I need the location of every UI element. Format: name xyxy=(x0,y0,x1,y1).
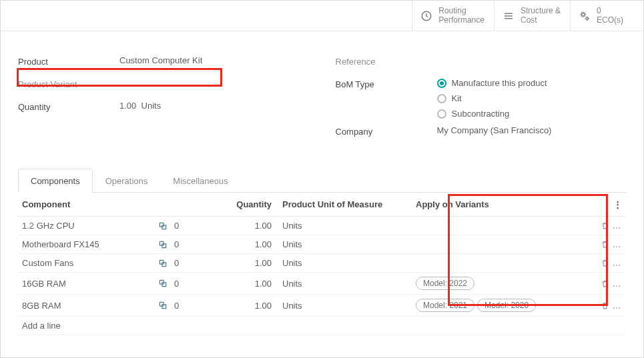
quantity-cell[interactable]: 1.00 xyxy=(192,254,278,273)
tab-components[interactable]: Components xyxy=(18,169,93,193)
clock-icon xyxy=(420,10,432,22)
apply-on-variants-cell[interactable]: Model: 2022 xyxy=(412,273,595,295)
add-a-line[interactable]: Add a line xyxy=(18,317,626,335)
reference-label: Reference xyxy=(336,55,437,67)
stat-eco-top: 0 xyxy=(597,7,623,16)
apply-on-variants-cell[interactable] xyxy=(412,217,595,235)
form-right-column: Reference BoM Type Manufacture this prod… xyxy=(336,55,627,148)
delete-icon[interactable] xyxy=(599,259,610,267)
table-row[interactable]: 8GB RAM01.00UnitsModel: 2021Model: 2020… xyxy=(18,295,626,317)
col-menu[interactable]: ⋮ xyxy=(595,193,626,217)
bom-type-manufacture-label: Manufacture this product xyxy=(452,78,547,88)
quantity-number: 1.00 xyxy=(119,101,136,111)
bom-type-kit-label: Kit xyxy=(452,93,462,103)
stat-routing-top: Routing xyxy=(438,7,485,16)
stat-structure-top: Structure & xyxy=(521,7,561,16)
component-name: 16GB RAM xyxy=(22,279,151,289)
component-zero: 0 xyxy=(174,239,188,249)
radio-icon xyxy=(437,79,446,88)
row-more-icon[interactable]: … xyxy=(611,239,622,249)
form-left-column: Product Custom Computer Kit Product Vari… xyxy=(18,55,309,148)
svg-point-2 xyxy=(586,17,588,19)
col-component: Component xyxy=(18,193,192,217)
tab-operations[interactable]: Operations xyxy=(93,169,161,193)
external-link-icon[interactable] xyxy=(158,259,168,268)
table-row[interactable]: Custom Fans01.00Units… xyxy=(18,254,626,273)
variant-tag[interactable]: Model: 2021 xyxy=(416,299,474,312)
quantity-unit: Units xyxy=(141,101,162,111)
component-zero: 0 xyxy=(174,258,188,268)
quantity-cell[interactable]: 1.00 xyxy=(192,235,278,254)
list-icon xyxy=(503,10,515,22)
stat-ecos[interactable]: 0 ECO(s) xyxy=(570,1,643,31)
company-value[interactable]: My Company (San Francisco) xyxy=(437,125,627,135)
gears-icon xyxy=(579,10,591,22)
tab-miscellaneous[interactable]: Miscellaneous xyxy=(160,169,240,193)
radio-icon xyxy=(437,94,446,103)
component-zero: 0 xyxy=(174,221,188,231)
component-zero: 0 xyxy=(174,279,188,289)
uom-cell[interactable]: Units xyxy=(278,254,412,273)
stat-eco-bot: ECO(s) xyxy=(597,16,623,25)
product-label: Product xyxy=(18,55,119,67)
external-link-icon[interactable] xyxy=(158,221,168,231)
stat-structure-bot: Cost xyxy=(521,16,561,25)
bom-type-kit[interactable]: Kit xyxy=(437,93,627,103)
apply-on-variants-cell[interactable] xyxy=(412,254,595,273)
variant-tag[interactable]: Model: 2020 xyxy=(477,299,536,312)
apply-on-variants-cell[interactable]: Model: 2021Model: 2020 xyxy=(412,295,595,317)
external-link-icon[interactable] xyxy=(158,240,168,249)
table-row[interactable]: 16GB RAM01.00UnitsModel: 2022… xyxy=(18,273,626,295)
row-more-icon[interactable]: … xyxy=(611,258,622,268)
stat-bar: Routing Performance Structure & Cost 0 E… xyxy=(1,1,643,31)
tab-bar: Components Operations Miscellaneous xyxy=(18,169,626,193)
col-quantity: Quantity xyxy=(192,193,278,217)
quantity-cell[interactable]: 1.00 xyxy=(192,217,278,235)
delete-icon[interactable] xyxy=(599,279,610,288)
component-name: 1.2 GHz CPU xyxy=(22,221,151,231)
svg-point-1 xyxy=(582,13,585,17)
product-variant-label: Product Variant xyxy=(18,78,119,89)
external-link-icon[interactable] xyxy=(158,301,168,310)
tabs-area: Components Operations Miscellaneous Comp… xyxy=(18,169,626,335)
quantity-label: Quantity xyxy=(18,101,119,112)
company-label: Company xyxy=(336,125,437,137)
form-area: Product Custom Computer Kit Product Vari… xyxy=(1,39,643,148)
component-name: Motherboard FX145 xyxy=(22,239,151,249)
bom-type-label: BoM Type xyxy=(336,78,437,89)
radio-icon xyxy=(437,109,446,119)
uom-cell[interactable]: Units xyxy=(278,217,412,235)
stat-routing-bot: Performance xyxy=(438,16,485,25)
table-row[interactable]: 1.2 GHz CPU01.00Units… xyxy=(18,217,626,235)
stat-routing-performance[interactable]: Routing Performance xyxy=(412,1,494,31)
bom-type-subcontract-label: Subcontracting xyxy=(452,109,510,119)
bom-type-radio-group: Manufacture this product Kit Subcontract… xyxy=(437,78,627,119)
delete-icon[interactable] xyxy=(599,221,610,230)
external-link-icon[interactable] xyxy=(158,279,168,288)
components-tbody: 1.2 GHz CPU01.00Units…Motherboard FX1450… xyxy=(18,217,626,317)
stat-structure-cost[interactable]: Structure & Cost xyxy=(494,1,570,31)
quantity-cell[interactable]: 1.00 xyxy=(192,273,278,295)
apply-on-variants-cell[interactable] xyxy=(412,235,595,254)
delete-icon[interactable] xyxy=(599,240,610,249)
components-table: Component Quantity Product Unit of Measu… xyxy=(18,193,626,335)
table-row[interactable]: Motherboard FX14501.00Units… xyxy=(18,235,626,254)
delete-icon[interactable] xyxy=(599,301,610,310)
component-name: Custom Fans xyxy=(22,258,151,268)
variant-tag[interactable]: Model: 2022 xyxy=(416,277,474,290)
quantity-cell[interactable]: 1.00 xyxy=(192,295,278,317)
row-more-icon[interactable]: … xyxy=(611,221,622,231)
component-name: 8GB RAM xyxy=(22,301,151,311)
app-frame: Routing Performance Structure & Cost 0 E… xyxy=(0,0,644,358)
uom-cell[interactable]: Units xyxy=(278,295,412,317)
uom-cell[interactable]: Units xyxy=(278,235,412,254)
product-value[interactable]: Custom Computer Kit xyxy=(119,55,309,65)
bom-type-subcontract[interactable]: Subcontracting xyxy=(437,109,627,119)
row-more-icon[interactable]: … xyxy=(611,301,622,311)
quantity-value[interactable]: 1.00 Units xyxy=(119,101,309,111)
component-zero: 0 xyxy=(174,301,188,311)
row-more-icon[interactable]: … xyxy=(611,279,622,289)
uom-cell[interactable]: Units xyxy=(278,273,412,295)
bom-type-manufacture[interactable]: Manufacture this product xyxy=(437,78,627,88)
col-uom: Product Unit of Measure xyxy=(278,193,412,217)
